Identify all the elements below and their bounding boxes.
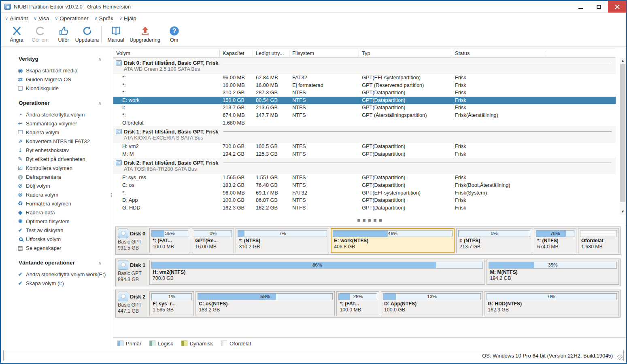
chevron-up-icon: ∧ — [98, 56, 102, 62]
horizontal-splitter[interactable]: ■ ■ ■ ■ ■ — [113, 217, 626, 224]
column-ledigt[interactable]: Ledigt utry... — [253, 50, 289, 57]
toolbar: Ångra Gör om Utför Uppdatera Manual Uppg… — [1, 24, 626, 47]
disk1-info[interactable]: Disk 1 Basic GPT 894.3 GB — [116, 258, 148, 286]
menu-hjalp[interactable]: ∨Hjälp — [119, 15, 136, 21]
menu-sprak[interactable]: ∨Språk — [94, 15, 113, 21]
main-panel: Volym Kapacitet Ledigt utry... Filsystem… — [113, 47, 626, 349]
table-row[interactable]: D: App100.0 GB86.87 GBNTFSGPT(Datapartit… — [113, 197, 616, 204]
disk0-info[interactable]: Disk 0 Basic GPT 931.5 GB — [116, 227, 148, 254]
table-row[interactable]: *:96.00 MB62.84 MBFAT32GPT(EFI-systempar… — [113, 74, 616, 82]
scrollbar-thumb[interactable] — [620, 64, 625, 202]
bootable-media-icon: ◉ — [16, 68, 24, 73]
scroll-up-icon[interactable]: ▲ — [620, 58, 626, 64]
manual-button[interactable]: Manual — [104, 24, 128, 47]
sidebar-item-optimera[interactable]: ✺Optimera filsystem — [1, 217, 113, 226]
table-row-selected[interactable]: E: work150.0 GB80.54 GBNTFSGPT(Dataparti… — [113, 97, 616, 104]
sidebar-item-byt-etikett[interactable]: ✎Byt etikett på drivenheten — [1, 154, 113, 163]
change-label-icon: ✎ — [16, 156, 24, 162]
table-row[interactable]: H: vm2700.0 GB100.5 GBNTFSGPT(Datapartit… — [113, 143, 616, 150]
column-typ[interactable]: Typ — [359, 50, 452, 57]
column-filsystem[interactable]: Filsystem — [289, 50, 359, 57]
table-row[interactable]: F: sys_res1.565 GB1.551 GBNTFSGPT(Datapa… — [113, 174, 616, 182]
disk2-info[interactable]: Disk 2 Basic GPT 447.1 GB — [116, 290, 148, 317]
table-row[interactable]: C: os183.2 GB76.48 GBNTFSGPT(Datapartiti… — [113, 182, 616, 189]
close-button[interactable] — [608, 1, 626, 13]
partition-block[interactable]: 1% F: sys_r... 1.565 GB — [149, 291, 194, 316]
disk0-panel: Disk 0 Basic GPT 931.5 GB 35% *: (FAT...… — [115, 226, 621, 255]
sidebar-item-klondiskguide[interactable]: ❏Klondiskguide — [1, 84, 113, 93]
disk-icon — [116, 60, 122, 66]
partition-block[interactable]: 35% *: (FAT... 100.0 MB — [149, 228, 190, 253]
refresh-icon — [82, 25, 93, 36]
partition-block[interactable]: 0% GPT(Re... 16.00 MB — [192, 228, 234, 253]
menu-operationer[interactable]: ∨Operationer — [55, 15, 88, 21]
partition-block[interactable]: 35% M: M(NTFS) 194.2 GB — [487, 260, 619, 285]
optimize-filesystem-icon: ✺ — [16, 218, 24, 224]
table-row[interactable]: Ofördelat1.680 MB — [113, 119, 616, 127]
pending-check-icon: ✔ — [16, 271, 24, 277]
sidebar-item-utforska[interactable]: Utforska volym — [1, 235, 113, 243]
sidebar-item-test-diskytan[interactable]: ✔Test av diskytan — [1, 226, 113, 235]
unallocated-block[interactable]: Ofördelat 1.680 MB — [578, 228, 619, 253]
convert-ntfs-icon: ⇗ — [16, 138, 24, 144]
section-operationer[interactable]: Operationer ∧ — [1, 100, 113, 106]
pending-op-create-volume[interactable]: ✔Skapa volym (I:) — [1, 279, 113, 288]
chevron-down-icon: ∨ — [55, 16, 58, 21]
scroll-down-icon[interactable]: ▼ — [620, 209, 626, 215]
partition-block[interactable]: 28% *: (FAT... 100.0 MB — [336, 291, 379, 316]
chevron-down-icon: ∨ — [5, 16, 8, 21]
partition-block[interactable]: 86% H: vm2(NTFS) 700.0 GB — [149, 260, 485, 285]
sidebar-item-andra-storlek[interactable]: ◔Ändra storlek/flytta volym — [1, 110, 113, 119]
partition-block[interactable]: 0% G: HDD(NTFS) 162.3 GB — [485, 291, 619, 316]
table-row[interactable]: *:16.00 MB16.00 MBEj formateradGPT (Rese… — [113, 82, 616, 89]
minimize-button[interactable] — [572, 1, 590, 13]
sidebar-item-radera-volym[interactable]: ⊗Radera volym — [1, 190, 113, 199]
partition-block-selected[interactable]: 46% E: work(NTFS) 406.8 GB — [331, 228, 455, 253]
table-row[interactable]: *:96.00 MB69.17 MBFAT32GPT(EFI-systempar… — [113, 189, 616, 197]
resize-grip-icon[interactable] — [617, 355, 623, 360]
sidebar-item-dolj-volym[interactable]: ⊘Dölj volym — [1, 181, 113, 190]
table-row[interactable]: G: HDD162.3 GB162.2 GBNTFSGPT(Datapartit… — [113, 204, 616, 212]
apply-button[interactable]: Utför — [52, 24, 75, 47]
section-verktyg[interactable]: Verktyg ∧ — [1, 56, 113, 62]
column-status[interactable]: Status — [452, 50, 547, 57]
sidebar-item-formatera[interactable]: ♻Formatera volymen — [1, 199, 113, 208]
sidebar-item-skapa-startbart-media[interactable]: ◉Skapa startbart media — [1, 66, 113, 75]
sidebar-splitter[interactable]: ••• — [111, 193, 112, 197]
undo-button[interactable]: Ångra — [5, 24, 28, 47]
partition-block[interactable]: 7% *: (NTFS) 310.2 GB — [236, 228, 329, 253]
sidebar-item-konvertera[interactable]: ⇗Konvertera NTFS till FAT32 — [1, 137, 113, 146]
partition-block[interactable]: 78% *: (NTFS) 674.0 MB — [534, 228, 576, 253]
menu-visa[interactable]: ∨Visa — [34, 15, 49, 21]
partition-block[interactable]: 0% I: (NTFS) 213.7 GB — [456, 228, 532, 253]
table-row[interactable]: M: M194.2 GB125.3 GBNTFSGPT(Datapartitio… — [113, 150, 616, 158]
pending-op-resize-work[interactable]: ✔Ändra storlek/flytta volym work(E:) — [1, 270, 113, 279]
table-row[interactable]: I:213.7 GB213.6 GBNTFSGPT(Datapartition)… — [113, 104, 616, 112]
table-row[interactable]: *:310.2 GB287.3 GBNTFSGPT(Datapartition)… — [113, 89, 616, 97]
refresh-button[interactable]: Uppdatera — [75, 24, 99, 47]
maximize-button[interactable] — [590, 1, 608, 13]
column-kapacitet[interactable]: Kapacitet — [220, 50, 253, 57]
section-vantande-operationer[interactable]: Väntande operationer ∧ — [1, 260, 113, 266]
partition-block[interactable]: 58% C: os(NTFS) 183.2 GB — [196, 291, 335, 316]
partition-block[interactable]: 13% D: App(NTFS) 100.0 GB — [381, 291, 483, 316]
sidebar-item-egenskaper[interactable]: ▤Se egenskaper — [1, 243, 113, 252]
sidebar-item-byt-enhetsbokstav[interactable]: ⇣Byt enhetsbokstav — [1, 146, 113, 154]
apply-thumbsup-icon — [58, 25, 69, 36]
table-row[interactable]: *:674.0 MB147.7 MBNTFSGPT (Återställning… — [113, 112, 616, 119]
sidebar-item-kontrollera[interactable]: ☑Kontrollera volymen — [1, 163, 113, 172]
sidebar-item-kopiera[interactable]: ❐Kopiera volym — [1, 128, 113, 137]
upgrade-button[interactable]: Uppgradering — [128, 24, 162, 47]
sidebar-item-sammanfoga[interactable]: ↩Sammanfoga volymer — [1, 119, 113, 128]
sidebar-item-guiden-migrera-os[interactable]: ⇄Guiden Migrera OS — [1, 75, 113, 84]
sidebar-item-radera-data[interactable]: ◆Radera data — [1, 208, 113, 217]
menu-allmant[interactable]: ∨Allmänt — [5, 15, 28, 21]
vertical-scrollbar[interactable]: ▲ ▼ — [620, 58, 626, 215]
about-button[interactable]: ? Om — [162, 24, 186, 47]
status-zone: OS: Windows 10 Pro 64-bit (Version:22H2,… — [1, 349, 626, 363]
legend-primar: Primär — [117, 341, 141, 347]
column-volym[interactable]: Volym — [113, 50, 220, 57]
redo-button[interactable]: Gör om — [28, 24, 52, 47]
legend-dynamisk: Dynamisk — [181, 341, 213, 347]
sidebar-item-defragmentera[interactable]: ◍Defragmentera — [1, 172, 113, 181]
